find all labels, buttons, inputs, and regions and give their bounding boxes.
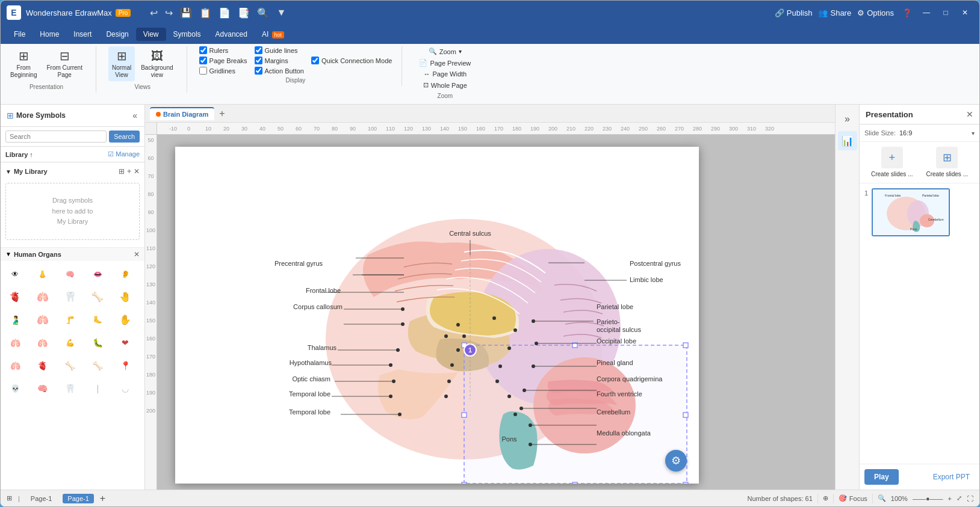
organ-foot[interactable]: 🦶 [87,309,108,331]
page-1-inactive[interactable]: Page-1 [26,494,57,503]
menu-file[interactable]: File [7,28,33,41]
my-library-close-btn[interactable]: ✕ [134,167,140,176]
organ-hand1[interactable]: 🫀 [4,286,26,308]
zoom-out-btn[interactable]: 🔍 [878,494,886,502]
page-preview-btn[interactable]: 📄 Page Preview [414,58,476,68]
organ-brain2[interactable]: 🧠 [32,378,54,399]
copy-btn[interactable]: 📋 [197,6,214,20]
presentation-panel-btn[interactable]: 📊 [838,131,857,150]
organs-close-btn[interactable]: ✕ [134,250,140,259]
fit-btn[interactable]: ⤢ [957,494,962,502]
maximize-btn[interactable]: □ [937,4,954,21]
my-library-copy-btn[interactable]: ⊞ [119,167,125,176]
pages-btn[interactable]: 📑 [235,6,252,20]
menu-insert[interactable]: Insert [66,28,99,41]
organ-nose[interactable]: 👃 [32,263,54,285]
menu-ai[interactable]: AI hot [255,28,291,41]
menu-view[interactable]: View [136,28,166,41]
canvas-page[interactable]: 1 [175,147,699,484]
slide-thumbnail[interactable]: Frontal lobe Parietal lobe Cerebellum Po… [872,188,950,236]
organ-brain-small[interactable]: 🧠 [60,263,81,285]
organ-kidney[interactable]: 🫁 [32,309,54,331]
focus-btn[interactable]: 🎯 Focus [839,494,867,502]
publish-btn[interactable]: 🔗 Publish [775,8,813,17]
background-view-btn[interactable]: 🖼 Backgroundview [137,47,176,81]
sidebar-expand-btn[interactable]: « [131,109,138,121]
redo-btn[interactable]: ↪ [163,6,175,20]
margins-checkbox[interactable]: Margins [255,57,304,64]
organ-stomach[interactable]: 🫃 [4,309,26,331]
right-sidebar-close-btn[interactable]: ✕ [966,109,973,119]
more-qa-btn[interactable]: ▼ [274,6,288,20]
from-current-btn[interactable]: ⊟ From CurrentPage [43,46,85,81]
menu-advanced[interactable]: Advanced [208,28,255,41]
slide-size-dropdown[interactable]: ▾ [972,130,975,137]
organ-liver[interactable]: 🫁 [32,332,54,354]
organ-lung1[interactable]: 🫁 [32,286,54,308]
my-library-add-btn[interactable]: + [127,167,131,176]
help-btn[interactable]: ❓ [902,8,912,17]
organ-tooth[interactable]: 🦷 [60,286,81,308]
search-btn-qa[interactable]: 🔍 [255,6,271,20]
minimize-btn[interactable]: — [918,4,935,21]
rulers-checkbox[interactable]: Rulers [199,46,247,54]
export-btn[interactable]: Export PPT [928,469,975,485]
floating-action-btn[interactable]: ⚙ [665,450,687,472]
menu-home[interactable]: Home [33,28,66,41]
organ-spine2[interactable]: 🦴 [87,355,108,376]
organ-heart3[interactable]: 🫀 [32,355,54,376]
add-tab-btn[interactable]: + [216,108,228,119]
zoom-in-btn[interactable]: + [948,495,952,502]
brain-diagram-tab[interactable]: Brain Diagram [150,107,214,120]
organ-lung3[interactable]: 🫁 [4,355,26,376]
fullscreen-btn[interactable]: ⛶ [967,495,973,502]
save-btn[interactable]: 💾 [178,6,194,20]
organ-skull[interactable]: 💀 [4,378,26,399]
organ-palm[interactable]: 🤚 [114,286,136,308]
expand-panel-btn[interactable]: » [838,109,857,129]
organ-intestine[interactable]: 🐛 [87,332,108,354]
page-width-btn[interactable]: ↔ Page Width [418,69,471,79]
human-organs-header[interactable]: ▼ Human Organs ✕ [1,248,144,261]
organ-bone[interactable]: 🦴 [87,286,108,308]
layers-btn[interactable]: ⊕ [823,494,828,502]
options-btn[interactable]: ⚙ Options [857,8,894,17]
close-btn[interactable]: ✕ [957,4,973,21]
normal-view-btn[interactable]: ⊞ NormalView [108,46,135,81]
search-button[interactable]: Search [109,131,140,143]
organ-hand2[interactable]: ✋ [114,309,136,331]
organ-spine3[interactable]: | [87,378,108,399]
organ-pin[interactable]: 📍 [114,355,136,376]
quick-connection-checkbox[interactable]: Quick Connection Mode [311,57,392,64]
zoom-btn[interactable]: 🔍 Zoom ▾ [424,46,467,57]
organ-ear[interactable]: 👂 [114,263,136,285]
organ-skeleton[interactable]: 🦷 [60,378,81,399]
zoom-slider[interactable]: ——●—— [913,495,943,502]
add-page-btn[interactable]: + [100,493,105,504]
my-library-header[interactable]: ▼ My Library ⊞ + ✕ [1,165,144,178]
manage-btn[interactable]: ☑ Manage [108,150,140,158]
whole-page-btn[interactable]: ⊡ Whole Page [418,80,472,90]
organ-mouth[interactable]: 👄 [87,263,108,285]
page-btn[interactable]: 📄 [216,6,233,20]
action-button-checkbox[interactable]: Action Button [255,67,304,75]
play-btn[interactable]: Play [864,469,899,485]
menu-symbols[interactable]: Symbols [166,28,208,41]
organ-heart2[interactable]: ❤ [114,332,136,354]
organ-uterus[interactable]: ◡ [114,378,136,399]
menu-design[interactable]: Design [99,28,135,41]
page-1-active[interactable]: Page-1 [63,494,93,503]
guide-lines-checkbox[interactable]: Guide lines [255,46,304,54]
slide-item-1[interactable]: 1 Frontal lobe Parietal lobe Cerebellum [864,188,975,236]
organ-eye[interactable]: 👁 [4,263,26,285]
organ-lung2[interactable]: 🫁 [4,332,26,354]
organ-leg[interactable]: 🦵 [60,309,81,331]
view-mode-btn[interactable]: ⊞ [7,494,12,502]
undo-btn[interactable]: ↩ [147,6,160,20]
from-beginning-btn[interactable]: ⊞ FromBeginning [7,46,40,81]
gridlines-checkbox[interactable]: Gridlines [199,67,247,75]
create-slides-1-btn[interactable]: + Create slides ... [871,147,913,178]
organ-spine1[interactable]: 🦴 [60,355,81,376]
page-breaks-checkbox[interactable]: Page Breaks [199,57,247,64]
organ-arm[interactable]: 💪 [60,332,81,354]
